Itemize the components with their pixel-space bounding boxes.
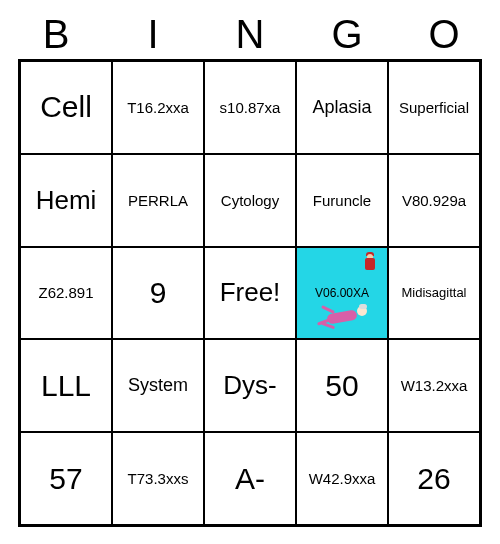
- bingo-cell[interactable]: Cytology: [204, 154, 296, 247]
- cell-label: A-: [235, 462, 265, 496]
- bingo-cell[interactable]: Dys-: [204, 339, 296, 432]
- bingo-cell[interactable]: A-: [204, 432, 296, 525]
- cell-label: 9: [150, 276, 167, 310]
- bingo-cell[interactable]: Free!: [204, 247, 296, 340]
- bingo-cell[interactable]: W13.2xxa: [388, 339, 480, 432]
- bingo-cell[interactable]: Cell: [20, 61, 112, 154]
- bingo-header: B I N G O: [18, 12, 482, 59]
- bingo-cell[interactable]: Hemi: [20, 154, 112, 247]
- bingo-cell[interactable]: PERRLA: [112, 154, 204, 247]
- bingo-cell[interactable]: W42.9xxa: [296, 432, 388, 525]
- cell-label: Cytology: [221, 192, 279, 209]
- bingo-cell[interactable]: Furuncle: [296, 154, 388, 247]
- header-N: N: [220, 12, 280, 57]
- bingo-cell[interactable]: 57: [20, 432, 112, 525]
- cell-label: System: [128, 375, 188, 396]
- header-G: G: [317, 12, 377, 57]
- bingo-cell[interactable]: Z62.891: [20, 247, 112, 340]
- cell-label: LLL: [41, 369, 91, 403]
- cell-label: W42.9xxa: [309, 470, 376, 487]
- cell-label: Z62.891: [38, 284, 93, 301]
- cell-label: 50: [325, 369, 358, 403]
- bingo-cell[interactable]: LLL: [20, 339, 112, 432]
- header-I: I: [123, 12, 183, 57]
- bingo-cell[interactable]: Midisagittal: [388, 247, 480, 340]
- person-icon: [307, 304, 377, 334]
- cell-label: 26: [417, 462, 450, 496]
- bingo-cell[interactable]: 50: [296, 339, 388, 432]
- cell-label: Dys-: [223, 370, 276, 401]
- bingo-grid: CellT16.2xxas10.87xaAplasiaSuperficialHe…: [18, 59, 482, 527]
- santa-icon: [359, 254, 381, 276]
- grandma-runover-image: V06.00XA: [297, 248, 387, 339]
- bingo-cell[interactable]: Aplasia: [296, 61, 388, 154]
- cell-label: Free!: [220, 277, 281, 308]
- cell-label: PERRLA: [128, 192, 188, 209]
- bingo-cell[interactable]: System: [112, 339, 204, 432]
- cell-label: 57: [49, 462, 82, 496]
- cell-label: Furuncle: [313, 192, 371, 209]
- cell-label: Cell: [40, 90, 92, 124]
- cell-label: T73.3xxs: [128, 470, 189, 487]
- bingo-card: B I N G O CellT16.2xxas10.87xaAplasiaSup…: [0, 0, 500, 544]
- bingo-cell[interactable]: s10.87xa: [204, 61, 296, 154]
- cell-label: Aplasia: [312, 97, 371, 118]
- cell-label: V06.00XA: [315, 286, 369, 300]
- cell-label: s10.87xa: [220, 99, 281, 116]
- header-O: O: [414, 12, 474, 57]
- bingo-cell[interactable]: 26: [388, 432, 480, 525]
- cell-label: V80.929a: [402, 192, 466, 209]
- bingo-cell[interactable]: V06.00XA: [296, 247, 388, 340]
- bingo-cell[interactable]: V80.929a: [388, 154, 480, 247]
- header-B: B: [26, 12, 86, 57]
- cell-label: T16.2xxa: [127, 99, 189, 116]
- bingo-cell[interactable]: Superficial: [388, 61, 480, 154]
- bingo-cell[interactable]: T16.2xxa: [112, 61, 204, 154]
- cell-label: Superficial: [399, 99, 469, 116]
- bingo-cell[interactable]: T73.3xxs: [112, 432, 204, 525]
- cell-label: Hemi: [36, 185, 97, 216]
- cell-label: W13.2xxa: [401, 377, 468, 394]
- cell-label: Midisagittal: [401, 285, 466, 300]
- bingo-cell[interactable]: 9: [112, 247, 204, 340]
